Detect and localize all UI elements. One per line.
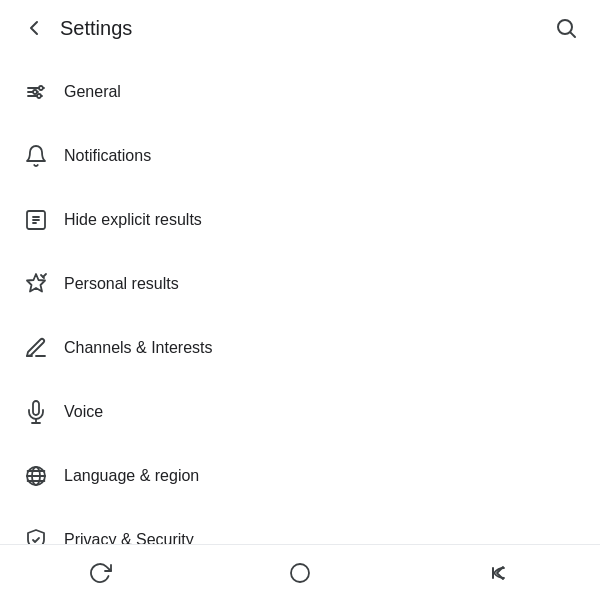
header: Settings <box>0 0 600 56</box>
bottom-nav <box>0 544 600 600</box>
nav-home-button[interactable] <box>276 549 324 597</box>
privacy-icon <box>16 520 56 544</box>
menu-item-language-region[interactable]: Language & region <box>0 444 600 508</box>
nav-back-button[interactable] <box>476 549 524 597</box>
svg-point-29 <box>291 564 309 582</box>
menu-item-general[interactable]: General <box>0 60 600 124</box>
page-title: Settings <box>60 17 548 40</box>
menu-item-personal-results[interactable]: Personal results <box>0 252 600 316</box>
hide-explicit-label: Hide explicit results <box>64 211 202 229</box>
personal-results-label: Personal results <box>64 275 179 293</box>
notifications-label: Notifications <box>64 147 151 165</box>
menu-item-voice[interactable]: Voice <box>0 380 600 444</box>
svg-line-1 <box>571 33 575 37</box>
svg-point-0 <box>558 20 572 34</box>
search-button[interactable] <box>548 10 584 46</box>
notifications-icon <box>16 136 56 176</box>
menu-item-privacy-security[interactable]: Privacy & Security <box>0 508 600 544</box>
explicit-icon <box>16 200 56 240</box>
general-icon <box>16 72 56 112</box>
privacy-security-label: Privacy & Security <box>64 531 194 544</box>
voice-label: Voice <box>64 403 103 421</box>
language-region-label: Language & region <box>64 467 199 485</box>
svg-point-6 <box>33 90 37 94</box>
personal-icon <box>16 264 56 304</box>
voice-icon <box>16 392 56 432</box>
language-icon <box>16 456 56 496</box>
menu-list: General Notifications Hide <box>0 56 600 544</box>
back-button[interactable] <box>16 10 52 46</box>
settings-screen: Settings General <box>0 0 600 600</box>
general-label: General <box>64 83 121 101</box>
svg-point-5 <box>39 86 43 90</box>
svg-point-7 <box>37 94 41 98</box>
menu-item-notifications[interactable]: Notifications <box>0 124 600 188</box>
channels-interests-label: Channels & Interests <box>64 339 213 357</box>
channels-icon <box>16 328 56 368</box>
menu-item-channels-interests[interactable]: Channels & Interests <box>0 316 600 380</box>
nav-refresh-button[interactable] <box>76 549 124 597</box>
menu-item-hide-explicit[interactable]: Hide explicit results <box>0 188 600 252</box>
